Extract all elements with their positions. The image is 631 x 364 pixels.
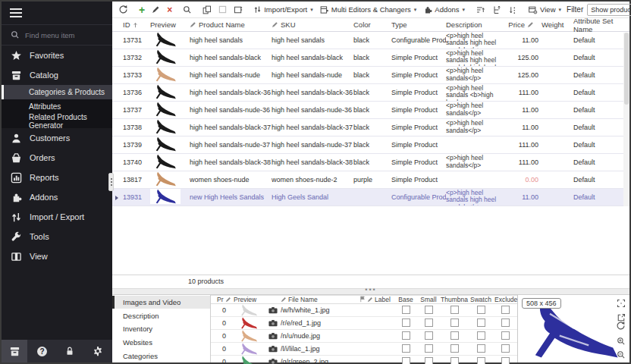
col-header-attribute-set[interactable]: Attribute Set Name [573, 17, 629, 33]
table-row[interactable]: 13731 high heel sandals high heel sandal… [112, 32, 629, 49]
checkbox-swatch[interactable] [477, 344, 485, 353]
search-input[interactable] [25, 31, 101, 39]
settings-button[interactable] [85, 340, 111, 362]
checkbox-small[interactable] [425, 318, 433, 327]
col-header-swatch[interactable]: Swatch [469, 296, 493, 303]
checkbox-exclude[interactable] [501, 357, 510, 364]
checkbox-exclude[interactable] [501, 344, 510, 353]
tab-images-and-video[interactable]: Images and Video [112, 296, 210, 309]
checkbox-small[interactable] [425, 306, 433, 314]
lock-button[interactable] [57, 340, 83, 362]
add-button[interactable]: + [137, 4, 146, 16]
sidebar-item-catalog[interactable]: Catalog [2, 65, 112, 85]
col-header-product-name[interactable]: Product Name [190, 20, 272, 29]
checkbox-small[interactable] [425, 357, 433, 364]
sort-order-button[interactable] [507, 5, 519, 15]
sidebar-item-customers[interactable]: Customers [2, 128, 112, 148]
select-button[interactable] [217, 5, 228, 14]
checkbox-thumbnail[interactable] [450, 306, 459, 314]
col-header-small[interactable]: Small [417, 296, 440, 303]
checkbox-thumbnail[interactable] [450, 357, 459, 364]
columns-button[interactable] [232, 5, 244, 15]
checkbox-thumbnail[interactable] [450, 331, 459, 340]
store-button[interactable] [2, 340, 27, 362]
fit-to-view-button[interactable] [617, 299, 626, 308]
tab-categories[interactable]: Categories [112, 349, 210, 362]
col-header-preview[interactable]: Preview [234, 296, 268, 303]
col-header-type[interactable]: Type [391, 20, 446, 29]
scrollbar-thumb[interactable] [624, 33, 629, 105]
delete-button[interactable]: × [165, 5, 174, 15]
refresh-button[interactable] [117, 4, 130, 15]
help-button[interactable]: ? [30, 340, 55, 362]
checkbox-exclude[interactable] [501, 318, 510, 327]
checkbox-base[interactable] [402, 318, 410, 327]
checkbox-thumbnail[interactable] [450, 344, 459, 353]
table-row-selected[interactable]: 13931 new High Heels Sandals High Geels … [112, 189, 629, 206]
sidebar-search[interactable] [2, 24, 112, 46]
image-row[interactable]: 0 /g/r/green_2.jpg [211, 356, 517, 364]
grid-scrollbar[interactable] [623, 33, 629, 206]
col-header-pr[interactable]: Pr [217, 296, 234, 303]
table-row[interactable]: 13740 high heel sandals-black-38 high he… [112, 154, 629, 171]
col-header-preview[interactable]: Preview [150, 20, 190, 29]
checkbox-swatch[interactable] [477, 318, 485, 327]
edit-button[interactable] [150, 5, 162, 14]
image-row[interactable]: 0 /w/h/white_1.jpg [211, 304, 517, 317]
zoom-in-button[interactable] [617, 337, 626, 346]
view-button[interactable]: View [526, 5, 563, 15]
copy-button[interactable] [201, 5, 213, 15]
sidebar-item-orders[interactable]: Orders [2, 148, 112, 168]
col-header-exclude[interactable]: Exclude [493, 296, 517, 303]
col-header-base[interactable]: Base [394, 296, 417, 303]
image-row[interactable]: 0 /n/u/nude.jpg [211, 330, 517, 343]
sidebar-item-attributes[interactable]: Attributes [2, 99, 112, 114]
zoom-out-button[interactable] [617, 350, 626, 359]
checkbox-base[interactable] [402, 357, 410, 364]
sidebar-item-tools[interactable]: Tools [2, 227, 112, 246]
table-row[interactable]: 13732 high heel sandals-black high heel … [112, 49, 629, 67]
addons-button[interactable]: Addons [422, 5, 466, 15]
checkbox-small[interactable] [425, 331, 433, 340]
table-row[interactable]: 13733 high heel sandals-nude high heel s… [112, 67, 629, 84]
col-header-label[interactable]: Label [367, 296, 394, 303]
rotate-button[interactable] [616, 321, 626, 331]
col-header-sku[interactable]: SKU [272, 20, 353, 29]
col-header-thumbnail[interactable]: Thumbna [440, 296, 469, 303]
search-button[interactable] [181, 5, 193, 15]
table-row[interactable]: 13738 high heel sandals-black-37 high he… [112, 119, 629, 136]
expand-tree-button[interactable] [491, 5, 503, 15]
checkbox-swatch[interactable] [477, 357, 485, 364]
table-row[interactable]: 13817 women shoes-nude women shoes-nude-… [112, 171, 629, 189]
table-row[interactable]: 13736 high heel sandals-black-36 high he… [112, 84, 629, 102]
filter-select[interactable]: Show products from selected categories ▾ [587, 4, 631, 16]
checkbox-small[interactable] [425, 344, 433, 353]
sidebar-item-import-export[interactable]: Import / Export [2, 207, 112, 227]
col-header-file-name[interactable]: File Name [281, 296, 359, 303]
tab-websites[interactable]: Websites [112, 336, 210, 350]
checkbox-base[interactable] [402, 331, 410, 340]
checkbox-swatch[interactable] [477, 331, 485, 340]
table-row[interactable]: 13739 high heel sandals-nude-37 high hee… [112, 136, 629, 154]
col-header-price[interactable]: Price [505, 20, 542, 29]
multi-editors-button[interactable]: Multi Editors & Changers [319, 5, 419, 15]
sidebar-splitter[interactable] [108, 173, 114, 191]
image-row[interactable]: 0 /l/i/lilac_1.jpg [211, 343, 517, 356]
sidebar-item-categories-products[interactable]: Categories & Products [2, 85, 112, 99]
col-header-weight[interactable]: Weight [542, 20, 573, 29]
image-row[interactable]: 0 /r/e/red_1.jpg [211, 317, 517, 330]
col-header-id[interactable]: ID [123, 20, 150, 29]
sidebar-item-favorites[interactable]: Favorites [2, 46, 112, 65]
checkbox-thumbnail[interactable] [450, 318, 459, 327]
checkbox-exclude[interactable] [501, 331, 510, 340]
col-header-description[interactable]: Description [446, 20, 505, 29]
sort-az-button[interactable] [474, 5, 487, 15]
table-row[interactable]: 13737 high heel sandals-nude-36 high hee… [112, 102, 629, 119]
col-header-color[interactable]: Color [353, 20, 391, 29]
checkbox-exclude[interactable] [501, 306, 510, 314]
tab-description[interactable]: Description [112, 309, 210, 322]
sidebar-item-view[interactable]: View [2, 246, 112, 266]
checkbox-base[interactable] [402, 306, 410, 314]
sidebar-item-related-products-generator[interactable]: Related Products Generator [2, 114, 112, 128]
import-export-button[interactable]: Import/Export [252, 5, 315, 14]
